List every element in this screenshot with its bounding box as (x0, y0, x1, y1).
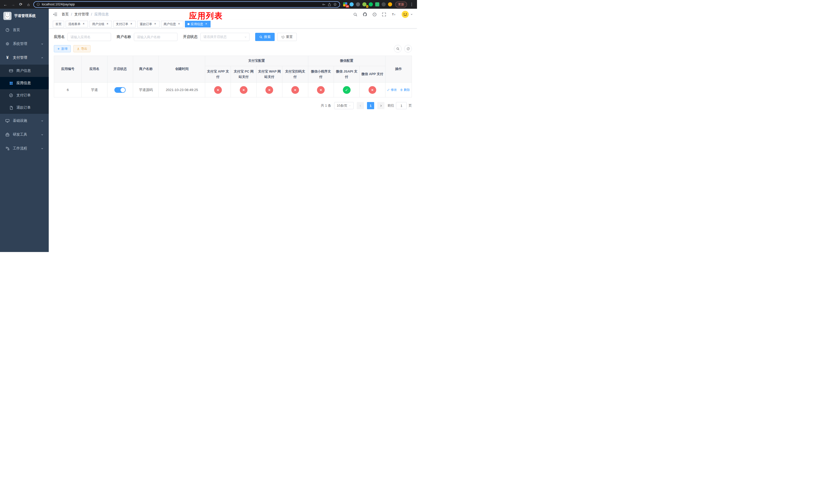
workflow-icon (5, 146, 10, 151)
back-icon[interactable]: ← (3, 2, 8, 7)
next-page-button[interactable] (377, 102, 385, 109)
breadcrumb-home[interactable]: 首页 (62, 12, 69, 17)
sidebar-item-system[interactable]: 系统管理 (0, 37, 49, 51)
sidebar-item-dev-tools[interactable]: 研发工具 (0, 128, 49, 141)
sidebar-item-app-info[interactable]: 应用信息 (0, 77, 49, 89)
export-button[interactable]: 导出 (73, 45, 90, 52)
extension-icon[interactable] (356, 2, 360, 6)
goto-page-input[interactable] (396, 102, 407, 109)
add-button[interactable]: 新增 (54, 45, 71, 52)
chevron-down-icon (244, 36, 247, 39)
group-header-wechat: 微信配置 (308, 56, 385, 66)
page-title: 应用列表 (189, 10, 223, 21)
refresh-icon[interactable]: ⟳ (18, 2, 24, 7)
column-header: 支付宝 WAP 网站支付 (257, 66, 282, 83)
share-icon[interactable] (328, 3, 331, 6)
toggle-search-button[interactable] (394, 45, 402, 52)
tab-refund-orders[interactable]: 退款订单× (137, 21, 159, 27)
sidebar-item-home[interactable]: 首页 (0, 23, 49, 37)
column-header: 支付宝扫码支付 (282, 66, 308, 83)
browser-update-button[interactable]: 更新 (395, 2, 407, 7)
prev-page-button[interactable] (357, 102, 364, 109)
goto-suffix: 页 (409, 103, 412, 108)
url-text[interactable]: localhost:1024/pay/app (42, 3, 320, 6)
info-icon[interactable] (37, 3, 40, 6)
sidebar-item-label: 基础设施 (13, 118, 27, 123)
sidebar-item-label: 退款订单 (16, 105, 31, 110)
sidebar-item-workflow[interactable]: 工作流程 (0, 141, 49, 155)
extension-icon[interactable] (350, 2, 354, 6)
search-button[interactable]: 搜索 (255, 33, 275, 41)
sidebar-item-refund-orders[interactable]: 退款订单 (0, 101, 49, 114)
app-logo[interactable]: 芋道管理系统 (0, 9, 49, 23)
table-toolbar: 新增 导出 (54, 45, 412, 52)
sidebar-item-label: 系统管理 (13, 42, 27, 46)
svg-text:T: T (394, 14, 395, 16)
extension-icon[interactable] (375, 2, 379, 6)
tab-app-info[interactable]: 应用信息× (185, 21, 211, 27)
active-dot (188, 23, 190, 25)
edit-link[interactable]: 修改 (387, 88, 397, 92)
close-icon[interactable]: × (153, 22, 157, 26)
sidebar-item-merchant-info[interactable]: 商户信息 (0, 65, 49, 77)
delete-link[interactable]: 删除 (400, 88, 410, 92)
close-icon[interactable]: × (82, 22, 85, 26)
extension-icon[interactable] (381, 2, 386, 6)
status-select[interactable]: 请选择开启状态 (200, 33, 249, 41)
column-header: 开启状态 (107, 56, 133, 83)
column-header: 创建时间 (159, 56, 205, 83)
cell-app-name: 芋道 (82, 83, 107, 97)
sidebar-item-label: 工作流程 (13, 146, 27, 151)
user-menu[interactable] (401, 10, 413, 18)
address-bar[interactable]: localhost:1024/pay/app (33, 1, 340, 8)
tab-pay-orders[interactable]: 支付订单× (113, 21, 136, 27)
reset-button[interactable]: 重置 (277, 33, 297, 41)
home-icon[interactable]: ⌂ (26, 2, 31, 7)
star-icon[interactable] (333, 3, 337, 6)
status-toggle[interactable] (114, 87, 126, 93)
sidebar-item-label: 研发工具 (13, 132, 27, 137)
sidebar-item-payment[interactable]: ¥ 支付管理 (0, 51, 49, 65)
alipay-pc-status-icon: × (240, 86, 247, 94)
close-icon[interactable]: × (130, 22, 133, 26)
extension-icon[interactable]: 1 (363, 2, 367, 6)
sidebar-item-label: 支付管理 (13, 55, 27, 60)
tab-merchant-info[interactable]: 商户信息× (161, 21, 183, 27)
forward-icon[interactable]: → (10, 2, 16, 7)
tab-flow-form[interactable]: 流程表单× (66, 21, 88, 27)
column-header: 微信 APP 支付 (359, 66, 385, 83)
page-number-button[interactable]: 1 (367, 102, 374, 109)
extension-badge: 1 (366, 5, 368, 8)
chevron-down-icon (410, 13, 413, 16)
sidebar-item-infra[interactable]: 基础设施 (0, 114, 49, 128)
fullscreen-icon[interactable] (382, 12, 386, 17)
close-icon[interactable]: × (204, 22, 208, 26)
app-name-input[interactable] (67, 33, 111, 41)
alipay-app-status-icon: × (214, 86, 222, 94)
cell-app-id: 6 (54, 83, 82, 97)
alipay-qr-status-icon: × (291, 86, 299, 94)
tab-user-group[interactable]: 用户分组× (89, 21, 112, 27)
column-header: 商户名称 (133, 56, 159, 83)
sidebar-item-label: 首页 (13, 28, 20, 32)
extension-icon[interactable] (369, 2, 373, 6)
goto-prefix: 前往 (388, 103, 394, 108)
refresh-table-button[interactable] (404, 45, 412, 52)
close-icon[interactable]: × (106, 22, 109, 26)
page-size-select[interactable]: 10条/页 (334, 102, 354, 109)
tab-home[interactable]: 首页 (53, 21, 64, 27)
search-icon[interactable] (353, 12, 357, 17)
github-icon[interactable] (363, 12, 367, 17)
help-icon[interactable]: ? (372, 12, 377, 17)
key-icon[interactable] (322, 3, 326, 6)
browser-menu-icon[interactable]: ⋮ (409, 2, 414, 7)
chevron-down-icon (41, 147, 44, 150)
merchant-name-input[interactable] (134, 33, 177, 41)
sidebar-item-pay-orders[interactable]: 支付订单 (0, 89, 49, 101)
extension-icon[interactable]: 10 (343, 2, 347, 6)
breadcrumb-payment[interactable]: 支付管理 (74, 12, 89, 17)
sidebar-fold-icon[interactable] (53, 12, 58, 17)
font-size-icon[interactable]: TT (391, 12, 396, 17)
close-icon[interactable]: × (177, 22, 181, 26)
extension-icon[interactable] (388, 2, 392, 6)
